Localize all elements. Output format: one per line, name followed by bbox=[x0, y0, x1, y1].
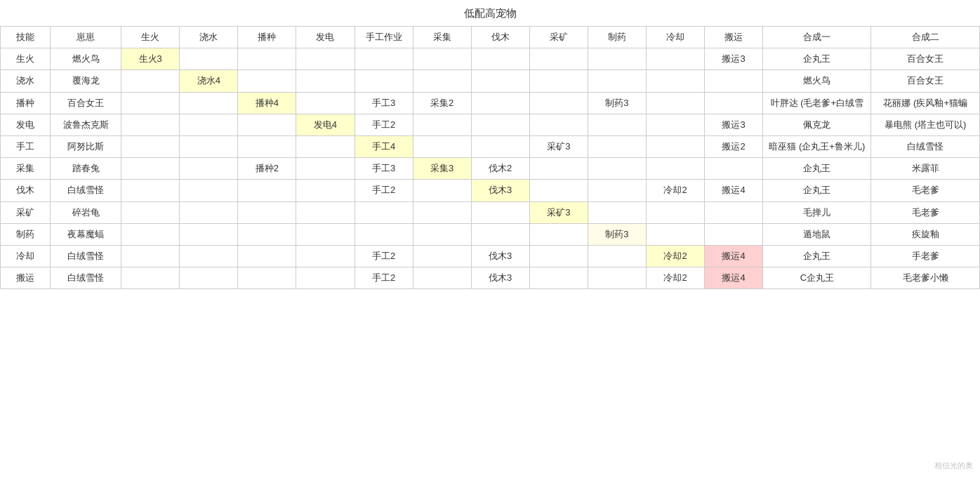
cell-gather bbox=[413, 180, 471, 201]
cell-transport: 搬运3 bbox=[705, 48, 763, 70]
cell-fire bbox=[121, 135, 180, 157]
cell-mine bbox=[529, 70, 588, 92]
cell-skill: 采矿 bbox=[1, 201, 51, 223]
cell-cool bbox=[646, 114, 704, 135]
cell-handwork bbox=[355, 70, 413, 92]
cell-sow: 播种2 bbox=[238, 158, 296, 180]
cell-pet: 覆海龙 bbox=[51, 70, 121, 92]
table-row: 伐木白绒雪怪手工2伐木3冷却2搬运4企丸王毛老爹 bbox=[1, 180, 980, 201]
cell-mine bbox=[529, 158, 588, 180]
cell-synthesis2: 花丽娜 (疾风釉+猫蝙 bbox=[871, 92, 980, 114]
cell-transport bbox=[705, 92, 763, 114]
cell-synthesis1: 遁地鼠 bbox=[763, 223, 871, 245]
cell-cool bbox=[646, 135, 704, 157]
cell-pet: 百合女王 bbox=[51, 92, 121, 114]
cell-mine: 采矿3 bbox=[529, 201, 588, 223]
cell-power bbox=[296, 48, 355, 70]
cell-fire bbox=[121, 201, 180, 223]
cell-pet: 白绒雪怪 bbox=[51, 180, 121, 201]
cell-mine bbox=[529, 180, 588, 201]
cell-cool bbox=[646, 158, 704, 180]
cell-fire bbox=[121, 180, 180, 201]
table-row: 发电波鲁杰克斯发电4手工2搬运3佩克龙暴电熊 (塔主也可以) bbox=[1, 114, 980, 135]
cell-transport: 搬运3 bbox=[705, 114, 763, 135]
cell-cool: 冷却2 bbox=[646, 267, 704, 289]
cell-gather: 采集2 bbox=[413, 92, 471, 114]
cell-medicine bbox=[588, 245, 646, 267]
cell-medicine bbox=[588, 180, 646, 201]
cell-medicine bbox=[588, 158, 646, 180]
cell-handwork: 手工2 bbox=[355, 114, 413, 135]
cell-synthesis2: 暴电熊 (塔主也可以) bbox=[871, 114, 980, 135]
cell-cool bbox=[646, 223, 704, 245]
header-synthesis2: 合成二 bbox=[871, 27, 980, 48]
cell-handwork: 手工4 bbox=[355, 135, 413, 157]
cell-skill: 生火 bbox=[1, 48, 51, 70]
table-row: 生火燃火鸟生火3搬运3企丸王百合女王 bbox=[1, 48, 980, 70]
cell-chop bbox=[471, 48, 529, 70]
cell-chop bbox=[471, 114, 529, 135]
cell-power bbox=[296, 201, 355, 223]
cell-handwork: 手工3 bbox=[355, 158, 413, 180]
cell-sow bbox=[238, 223, 296, 245]
cell-fire bbox=[121, 245, 180, 267]
cell-sow bbox=[238, 114, 296, 135]
cell-skill: 搬运 bbox=[1, 267, 51, 289]
cell-chop: 伐木2 bbox=[471, 158, 529, 180]
cell-fire bbox=[121, 92, 180, 114]
cell-transport bbox=[705, 223, 763, 245]
header-sow: 播种 bbox=[238, 27, 296, 48]
cell-pet: 踏春兔 bbox=[51, 158, 121, 180]
cell-water bbox=[180, 223, 238, 245]
header-water: 浇水 bbox=[180, 27, 238, 48]
cell-fire bbox=[121, 70, 180, 92]
header-medicine: 制药 bbox=[588, 27, 646, 48]
cell-synthesis2: 百合女王 bbox=[871, 48, 980, 70]
cell-handwork: 手工2 bbox=[355, 267, 413, 289]
cell-power bbox=[296, 223, 355, 245]
cell-fire: 生火3 bbox=[121, 48, 180, 70]
cell-synthesis2: 百合女王 bbox=[871, 70, 980, 92]
cell-sow bbox=[238, 245, 296, 267]
cell-mine bbox=[529, 223, 588, 245]
table-body: 生火燃火鸟生火3搬运3企丸王百合女王浇水覆海龙浇水4燃火鸟百合女王播种百合女王播… bbox=[1, 48, 980, 289]
cell-power bbox=[296, 135, 355, 157]
cell-chop bbox=[471, 223, 529, 245]
cell-transport: 搬运4 bbox=[705, 245, 763, 267]
cell-power bbox=[296, 70, 355, 92]
cell-pet: 阿努比斯 bbox=[51, 135, 121, 157]
cell-gather: 采集3 bbox=[413, 158, 471, 180]
header-transport: 搬运 bbox=[705, 27, 763, 48]
cell-synthesis1: 企丸王 bbox=[763, 158, 871, 180]
cell-fire bbox=[121, 114, 180, 135]
table-row: 采集踏春兔播种2手工3采集3伐木2企丸王米露菲 bbox=[1, 158, 980, 180]
cell-mine bbox=[529, 245, 588, 267]
header-synthesis1: 合成一 bbox=[763, 27, 871, 48]
cell-gather bbox=[413, 201, 471, 223]
cell-synthesis1: C企丸王 bbox=[763, 267, 871, 289]
cell-chop bbox=[471, 70, 529, 92]
cell-pet: 碎岩龟 bbox=[51, 201, 121, 223]
cell-chop bbox=[471, 135, 529, 157]
cell-handwork: 手工2 bbox=[355, 245, 413, 267]
cell-medicine bbox=[588, 48, 646, 70]
cell-pet: 波鲁杰克斯 bbox=[51, 114, 121, 135]
header-pet: 崽崽 bbox=[51, 27, 121, 48]
table-row: 采矿碎岩龟采矿3毛掸儿毛老爹 bbox=[1, 201, 980, 223]
cell-synthesis2: 米露菲 bbox=[871, 158, 980, 180]
header-skill: 技能 bbox=[1, 27, 51, 48]
cell-gather bbox=[413, 135, 471, 157]
cell-medicine: 制药3 bbox=[588, 92, 646, 114]
cell-synthesis1: 毛掸儿 bbox=[763, 201, 871, 223]
cell-medicine bbox=[588, 135, 646, 157]
cell-mine bbox=[529, 267, 588, 289]
cell-water bbox=[180, 245, 238, 267]
cell-fire bbox=[121, 158, 180, 180]
cell-medicine: 制药3 bbox=[588, 223, 646, 245]
table-row: 制药夜幕魔蝠制药3遁地鼠疾旋釉 bbox=[1, 223, 980, 245]
cell-power bbox=[296, 267, 355, 289]
cell-transport bbox=[705, 201, 763, 223]
cell-mine bbox=[529, 114, 588, 135]
cell-sow bbox=[238, 180, 296, 201]
cell-power bbox=[296, 245, 355, 267]
